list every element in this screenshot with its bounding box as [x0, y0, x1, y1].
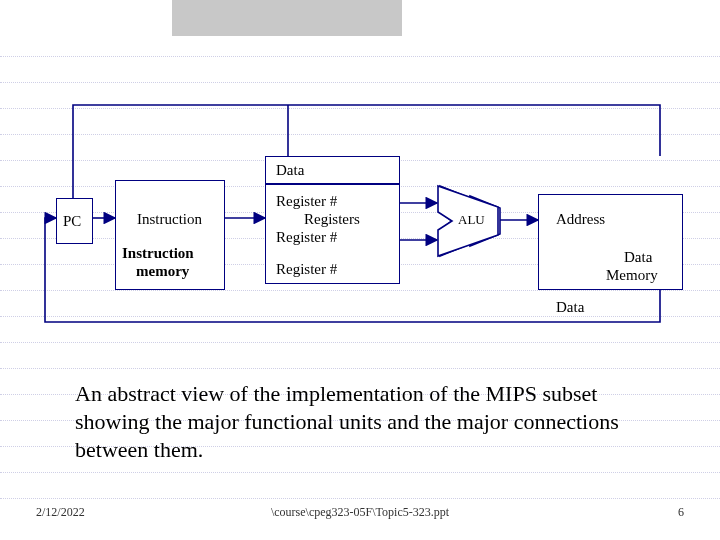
data-top-label: Data — [276, 161, 304, 179]
instruction-memory-label-2: memory — [136, 262, 189, 280]
data-memory-label-1: Data — [624, 248, 652, 266]
registers-center-label: Registers — [304, 210, 360, 228]
slide-caption: An abstract view of the implementation o… — [75, 380, 665, 464]
registers-port-top: Register # — [276, 192, 337, 210]
registers-port-mid: Register # — [276, 228, 337, 246]
pc-label: PC — [63, 212, 81, 230]
address-label: Address — [556, 210, 605, 228]
registers-port-bottom: Register # — [276, 260, 337, 278]
data-memory-label-2: Memory — [606, 266, 658, 284]
footer-page-number: 6 — [678, 505, 684, 520]
data-bottom-label: Data — [556, 298, 584, 316]
instruction-memory-label-1: Instruction — [122, 244, 194, 262]
alu-label: ALU — [458, 212, 485, 228]
footer-path: \course\cpeg323-05F\Topic5-323.ppt — [0, 505, 720, 520]
instruction-label: Instruction — [137, 210, 202, 228]
